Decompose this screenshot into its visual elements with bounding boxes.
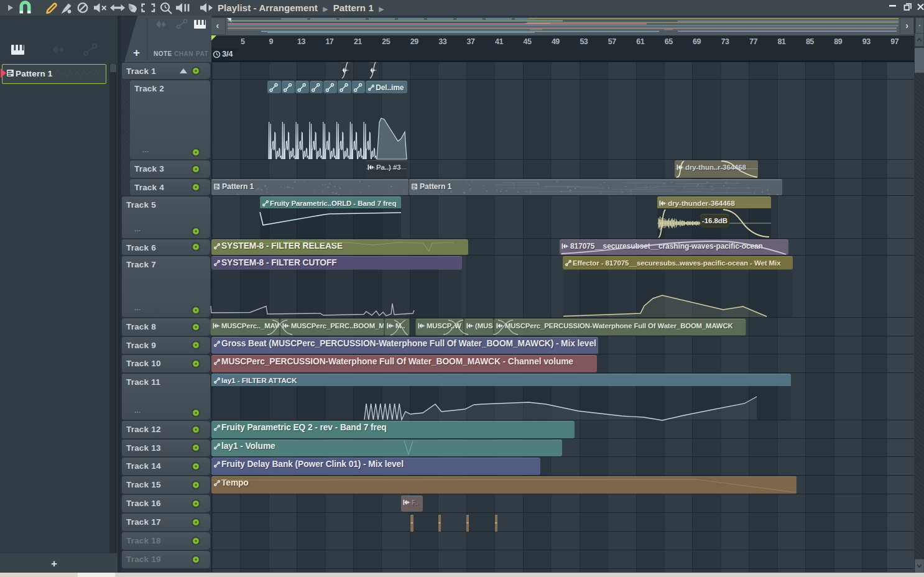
svg-text:CHAN: CHAN (174, 50, 193, 57)
svg-text:NOTE: NOTE (154, 50, 172, 57)
svg-text:+: + (133, 46, 140, 59)
svg-text:PAT: PAT (196, 50, 208, 57)
